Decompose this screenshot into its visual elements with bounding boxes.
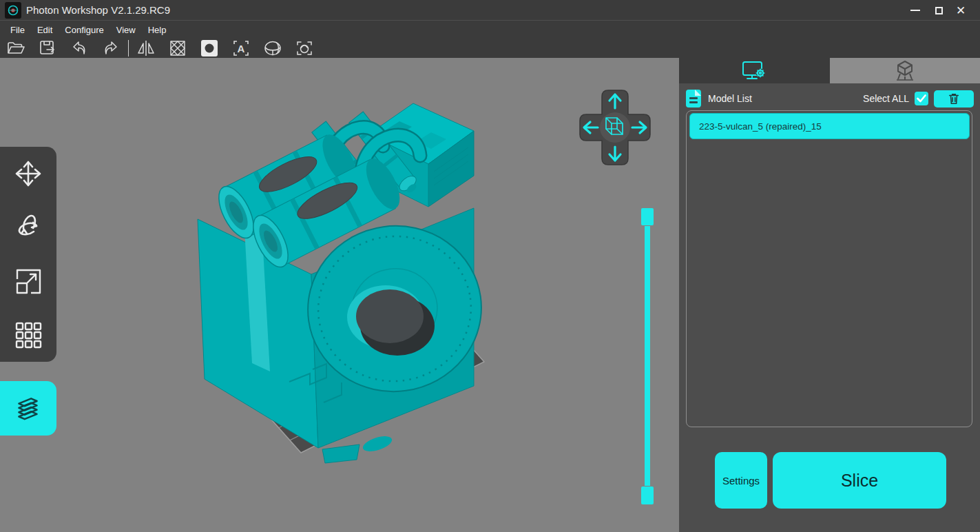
punch-icon [168,39,187,58]
split-button[interactable] [257,38,289,58]
menu-configure[interactable]: Configure [60,23,108,37]
move-icon [13,158,43,189]
redo-icon [101,39,121,58]
undo-button[interactable] [63,38,95,58]
menu-help[interactable]: Help [143,23,171,37]
select-all-checkbox[interactable] [915,92,928,105]
text-button[interactable]: A [225,38,257,58]
mesh-repair-icon [295,39,314,58]
maximize-icon[interactable] [927,0,950,21]
array-icon [13,320,43,350]
mesh-repair-button[interactable] [289,38,320,58]
model-list-label: Model List [708,93,752,104]
view-nav-cross [578,89,651,166]
drill-hole-icon [200,39,219,58]
trash-icon [948,92,960,105]
left-toolbar [0,147,56,362]
save-icon [38,39,57,58]
scale-tool-button[interactable] [0,254,56,308]
layer-slider-track[interactable] [645,226,650,486]
model-list-item[interactable]: 223-5-vulcan_5 (repaired)_15 [689,113,970,139]
model-item-name: 223-5-vulcan_5 (repaired)_15 [699,121,822,132]
window-title: Photon Workshop V2.1.29.RC9 [26,0,170,21]
printer-cube-icon [891,59,919,83]
move-tool-button[interactable] [0,147,56,201]
check-icon [917,94,926,103]
layer-slider-bottom-handle[interactable] [641,487,654,504]
viewport-3d[interactable] [0,58,679,532]
menu-bar: File Edit Configure View Help [0,21,980,38]
slice-button[interactable]: Slice [773,452,946,509]
select-all-label: Select ALL [863,93,909,104]
punch-button[interactable] [162,38,194,58]
document-icon [686,90,701,108]
array-tool-button[interactable] [0,308,56,362]
layers-tool-button[interactable] [0,381,56,436]
text-icon: A [231,39,251,58]
model-223-5-vulcan[interactable] [198,103,492,463]
main-toolbar: A [0,38,980,58]
nav-cube-bg [600,112,630,143]
save-button[interactable] [32,38,63,58]
drill-hole-button[interactable] [194,38,225,58]
layer-slider-top-handle[interactable] [641,208,654,225]
close-icon[interactable]: ✕ [949,0,972,21]
mirror-button[interactable] [130,38,162,58]
tab-workspace[interactable] [679,58,830,83]
viewport-3d-scene [0,58,679,532]
open-file-icon [6,39,25,58]
menu-file[interactable]: File [6,23,30,37]
split-icon [262,39,283,58]
rotate-tool-button[interactable] [0,201,56,254]
model-list-header: Model List Select ALL [686,88,974,109]
svg-text:A: A [238,42,245,54]
menu-view[interactable]: View [112,23,140,37]
model-list: 223-5-vulcan_5 (repaired)_15 [686,110,972,427]
layers-icon [12,393,44,424]
open-file-button[interactable] [0,38,32,58]
rotate-icon [13,212,43,243]
undo-icon [70,39,89,58]
minimize-icon[interactable] [904,0,927,21]
redo-button[interactable] [95,38,127,58]
scale-icon [13,266,43,296]
menu-edit[interactable]: Edit [32,23,57,37]
toolbar-separator [128,40,129,57]
photon-logo-icon [5,2,21,19]
monitor-gear-icon [740,60,768,82]
title-bar: Photon Workshop V2.1.29.RC9 ✕ [0,0,980,21]
mirror-icon [136,39,156,58]
delete-model-button[interactable] [934,90,974,108]
settings-button[interactable]: Settings [715,452,767,509]
tab-preview[interactable] [830,58,980,83]
panel-tab-strip [679,58,980,83]
